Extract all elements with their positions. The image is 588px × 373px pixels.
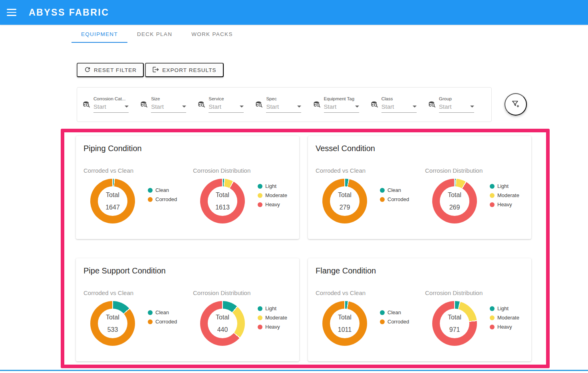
tab-deck-plan[interactable]: DECK PLAN <box>127 26 182 43</box>
legend-swatch <box>258 193 262 198</box>
filter-field-spec: Spec <box>255 96 313 113</box>
reset-filter-button[interactable]: RESET FILTER <box>77 63 144 77</box>
database-search-icon <box>140 101 148 113</box>
donut-total-label: Total <box>216 314 229 321</box>
donut-center: Total 440 <box>208 309 237 338</box>
legend-item-heavy[interactable]: Heavy <box>258 201 287 207</box>
chart-subtitle: Corroded vs Clean <box>83 167 133 174</box>
legend-item-light[interactable]: Light <box>258 305 287 311</box>
tab-work-packs[interactable]: WORK PACKS <box>182 26 242 43</box>
reset-filter-label: RESET FILTER <box>94 67 137 73</box>
legend-label: Heavy <box>497 324 512 330</box>
legend-swatch <box>380 319 385 324</box>
donut-center: Total 269 <box>440 186 469 216</box>
legend-swatch <box>148 319 153 324</box>
donut-center: Total 279 <box>330 186 360 216</box>
filter-input-corrosion-category[interactable] <box>93 103 116 110</box>
chevron-down-icon[interactable] <box>240 106 244 108</box>
legend-label: Heavy <box>265 324 280 330</box>
legend-item-light[interactable]: Light <box>258 183 287 189</box>
donut-total-label: Total <box>448 314 461 321</box>
hamburger-menu-icon[interactable] <box>7 9 16 16</box>
tab-bar: EQUIPMENT DECK PLAN WORK PACKS <box>72 26 242 43</box>
donut-center: Total 1011 <box>330 309 360 338</box>
legend-label: Moderate <box>497 192 519 198</box>
legend-swatch <box>380 188 385 193</box>
legend-item-corroded[interactable]: Corroded <box>148 196 177 202</box>
tab-equipment[interactable]: EQUIPMENT <box>72 26 127 43</box>
database-search-icon <box>313 101 321 113</box>
legend-item-heavy[interactable]: Heavy <box>490 324 519 330</box>
chart-subtitle: Corroded vs Clean <box>316 167 366 174</box>
donut-chart-corroded-vs-clean: Total 1647 <box>90 179 135 223</box>
legend-swatch <box>490 325 495 329</box>
legend-item-light[interactable]: Light <box>490 183 519 189</box>
legend-item-moderate[interactable]: Moderate <box>258 315 287 321</box>
chart-subtitle: Corrosion Distribution <box>193 167 250 174</box>
legend-swatch <box>490 202 495 207</box>
legend-label: Moderate <box>497 315 519 321</box>
export-results-button[interactable]: EXPORT RESULTS <box>145 63 223 77</box>
legend-label: Heavy <box>265 201 280 207</box>
filter-field-corrosion-category: Corrosion Cat... <box>83 96 140 113</box>
chevron-down-icon[interactable] <box>297 106 301 108</box>
donut-total-value: 533 <box>107 327 118 333</box>
filter-input-service[interactable] <box>209 103 231 110</box>
legend-label: Moderate <box>265 315 287 321</box>
donut-total-label: Total <box>106 314 119 321</box>
legend-item-corroded[interactable]: Corroded <box>148 319 177 325</box>
legend-item-heavy[interactable]: Heavy <box>258 324 287 330</box>
app-bar: ABYSS FABRIC <box>0 0 588 25</box>
filter-input-group[interactable] <box>439 103 461 110</box>
legend-label: Heavy <box>497 201 512 207</box>
card-vessel-condition: Vessel Condition Corroded vs Clean Corro… <box>308 136 531 239</box>
card-flange-condition: Flange Condition Corroded vs Clean Corro… <box>308 258 531 361</box>
filter-input-spec[interactable] <box>266 103 288 110</box>
filter-label: Equipment Tag <box>324 96 359 101</box>
card-pipe-support-condition: Pipe Support Condition Corroded vs Clean… <box>76 258 299 361</box>
filter-input-class[interactable] <box>381 103 404 110</box>
donut-total-value: 1647 <box>105 204 120 211</box>
legend-item-clean[interactable]: Clean <box>148 187 177 193</box>
legend-item-moderate[interactable]: Moderate <box>490 315 519 321</box>
chevron-down-icon[interactable] <box>355 106 359 108</box>
card-title: Flange Condition <box>316 266 376 275</box>
legend-item-clean[interactable]: Clean <box>380 187 409 193</box>
chart-legend: Light Moderate Heavy <box>490 305 519 330</box>
donut-total-value: 971 <box>449 327 460 333</box>
legend-label: Corroded <box>155 319 177 325</box>
chart-subtitle: Corroded vs Clean <box>83 289 133 296</box>
chart-subtitle: Corrosion Distribution <box>425 289 483 296</box>
legend-item-moderate[interactable]: Moderate <box>490 192 519 198</box>
chevron-down-icon[interactable] <box>470 106 474 108</box>
legend-item-clean[interactable]: Clean <box>380 309 409 315</box>
filter-plus-icon <box>511 99 520 110</box>
filter-label: Service <box>209 96 244 101</box>
legend-item-heavy[interactable]: Heavy <box>490 201 519 207</box>
legend-item-corroded[interactable]: Corroded <box>380 196 409 202</box>
legend-item-corroded[interactable]: Corroded <box>380 319 409 325</box>
legend-swatch <box>380 197 385 202</box>
donut-total-label: Total <box>216 192 229 198</box>
legend-label: Light <box>265 305 276 311</box>
chevron-down-icon[interactable] <box>182 106 186 108</box>
filter-input-equipment-tag[interactable] <box>324 103 346 110</box>
chart-legend: Clean Corroded <box>148 187 177 202</box>
legend-item-light[interactable]: Light <box>490 305 519 311</box>
legend-item-moderate[interactable]: Moderate <box>258 192 287 198</box>
database-search-icon <box>371 101 379 113</box>
legend-item-clean[interactable]: Clean <box>148 309 177 315</box>
chevron-down-icon[interactable] <box>125 106 129 108</box>
legend-swatch <box>148 188 153 193</box>
app-logo: ABYSS FABRIC <box>29 7 109 18</box>
chevron-down-icon[interactable] <box>413 106 417 108</box>
add-filter-button[interactable] <box>505 93 527 116</box>
donut-chart-corrosion-distribution: Total 269 <box>432 179 477 223</box>
legend-label: Moderate <box>265 192 287 198</box>
legend-swatch <box>258 315 262 320</box>
refresh-icon <box>84 66 91 74</box>
legend-label: Clean <box>155 187 169 193</box>
donut-total-label: Total <box>338 314 352 321</box>
filter-input-size[interactable] <box>151 103 173 110</box>
chart-legend: Light Moderate Heavy <box>258 305 287 330</box>
